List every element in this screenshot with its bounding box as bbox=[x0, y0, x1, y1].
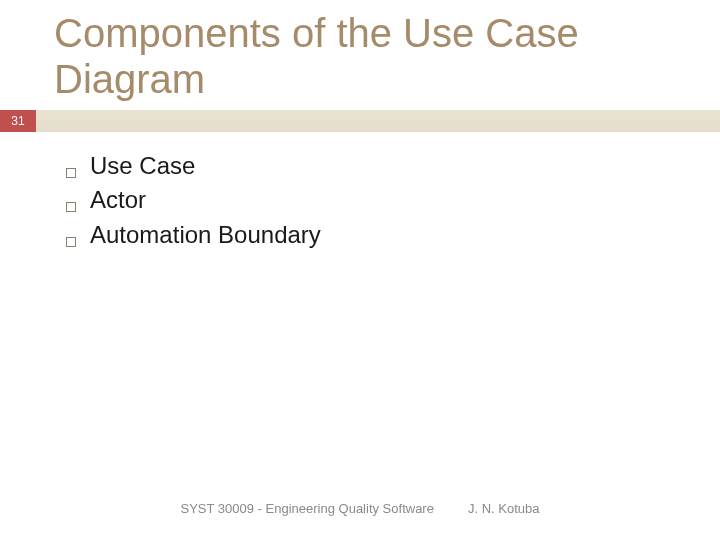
bullet-text: Actor bbox=[90, 184, 146, 216]
list-item: Automation Boundary bbox=[66, 219, 720, 251]
list-item: Use Case bbox=[66, 150, 720, 182]
square-bullet-icon bbox=[66, 168, 76, 178]
square-bullet-icon bbox=[66, 202, 76, 212]
slide-title: Components of the Use Case Diagram bbox=[54, 10, 720, 102]
square-bullet-icon bbox=[66, 237, 76, 247]
title-area: Components of the Use Case Diagram bbox=[0, 0, 720, 110]
footer-course: SYST 30009 - Engineering Quality Softwar… bbox=[181, 501, 434, 516]
accent-bar bbox=[36, 110, 720, 132]
slide-number-badge: 31 bbox=[0, 110, 36, 132]
badge-row: 31 bbox=[0, 110, 720, 132]
footer-author: J. N. Kotuba bbox=[468, 501, 540, 516]
bullet-text: Use Case bbox=[90, 150, 195, 182]
content-area: Use Case Actor Automation Boundary bbox=[0, 132, 720, 251]
slide-footer: SYST 30009 - Engineering Quality Softwar… bbox=[0, 501, 720, 516]
list-item: Actor bbox=[66, 184, 720, 216]
bullet-text: Automation Boundary bbox=[90, 219, 321, 251]
